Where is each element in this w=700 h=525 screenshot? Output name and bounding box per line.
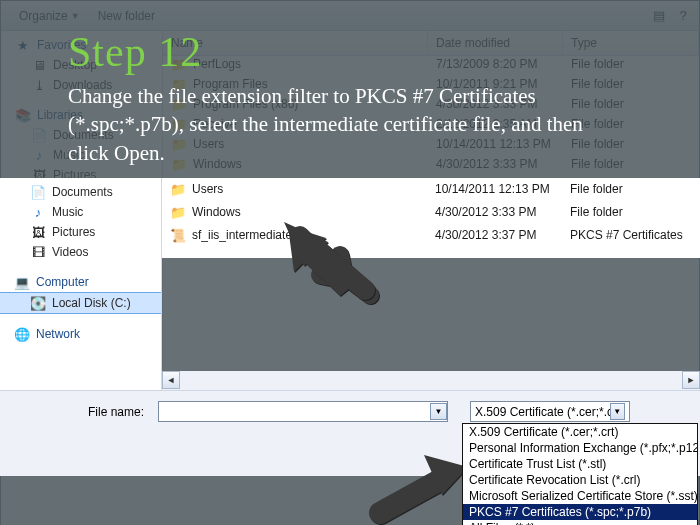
file-name: Users [193,137,224,151]
folder-icon: 📁 [171,156,187,172]
videos-icon: 🎞 [31,187,47,203]
file-date: 10/14/2011 12:13 PM [428,137,563,151]
file-row[interactable]: 📁Program Files (x86)4/30/2012 3:33 PMFil… [163,96,699,116]
col-name[interactable]: Name [163,31,428,55]
nav-pictures[interactable]: 🖼Pictures [1,165,162,185]
library-icon: 📚 [15,107,31,123]
filter-option[interactable]: Personal Information Exchange (*.pfx;*.p… [463,440,697,456]
network-icon: 🌐 [15,269,31,285]
nav-music[interactable]: ♪Music [1,145,162,165]
file-date: 4/30/2012 3:33 PM [428,157,563,171]
file-row[interactable]: 📁Program Files10/1/2011 9:21 PMFile fold… [163,76,699,96]
file-row[interactable]: 📁Receive2/12/2012 2:35 AMFile folder [163,116,699,136]
file-list: Name Date modified Type 📁PerfLogs7/13/20… [163,31,699,439]
filter-option[interactable]: All Files (*.*) [463,520,697,525]
folder-icon: 📁 [171,136,187,152]
filter-option[interactable]: Microsoft Serialized Certificate Store (… [463,488,697,504]
computer-icon: 💻 [15,217,31,233]
col-type[interactable]: Type [563,31,699,55]
filename-label: File name: [11,454,150,468]
organize-label: Organize [19,9,68,23]
folder-icon: 📁 [171,76,187,92]
nav-desktop[interactable]: 🖥Desktop [1,55,162,75]
file-type: File folder [563,137,699,151]
file-type: File folder [563,57,699,71]
folder-icon: 📁 [171,116,187,132]
file-type: File folder [563,77,699,91]
list-headers: Name Date modified Type [163,31,699,56]
file-row[interactable]: 📁Windows4/30/2012 3:33 PMFile folder [163,156,699,176]
col-date[interactable]: Date modified [428,31,563,55]
folder-icon: 📁 [171,96,187,112]
file-type: File folder [563,157,699,171]
filter-option[interactable]: X.509 Certificate (*.cer;*.crt) [463,424,697,440]
filter-option[interactable]: PKCS #7 Certificates (*.spc;*.p7b) [463,504,697,520]
new-folder-label: New folder [98,9,155,23]
music-icon: ♪ [31,147,47,163]
file-date: 4/30/2012 3:37 PM [428,177,563,191]
file-row[interactable]: 📜sf_iis_intermediates4/30/2012 3:37 PMPK… [163,176,699,196]
file-name: Receive [193,117,236,131]
toolbar: Organize ▼ New folder ▤ ? [1,1,699,31]
file-type: File folder [563,117,699,131]
filter-option[interactable]: Certificate Trust List (*.stl) [463,456,697,472]
download-icon: ⤓ [31,77,47,93]
documents-icon: 📄 [31,127,47,143]
filter-options-list[interactable]: X.509 Certificate (*.cer;*.crt)Personal … [462,423,698,525]
nav-downloads[interactable]: ⤓Downloads [1,75,162,95]
file-type: File folder [563,97,699,111]
file-row[interactable]: 📁Users10/14/2011 12:13 PMFile folder [163,136,699,156]
certificate-icon: 📜 [171,176,187,192]
disk-icon: 💽 [31,238,47,254]
file-type: PKCS #7 Certificates [563,177,699,191]
filter-option[interactable]: Certificate Revocation List (*.crl) [463,472,697,488]
nav-libraries[interactable]: 📚Libraries [1,105,162,125]
file-name: Program Files [193,77,268,91]
file-date: 4/30/2012 3:33 PM [428,97,563,111]
chevron-down-icon: ▼ [71,11,80,21]
view-icon[interactable]: ▤ [651,8,667,24]
nav-favorites[interactable]: ★Favorites [1,35,162,55]
file-name: Windows [193,157,242,171]
star-icon: ★ [15,37,31,53]
nav-computer[interactable]: 💻Computer [1,215,162,235]
file-row[interactable]: 📁PerfLogs7/13/2009 8:20 PMFile folder [163,56,699,76]
file-date: 2/12/2012 2:35 AM [428,117,563,131]
file-name: Program Files (x86) [193,97,298,111]
nav-documents[interactable]: 📄Documents [1,125,162,145]
file-date: 7/13/2009 8:20 PM [428,57,563,71]
file-name: sf_iis_intermediates [193,177,299,191]
file-date: 10/1/2011 9:21 PM [428,77,563,91]
pictures-icon: 🖼 [31,167,47,183]
desktop-icon: 🖥 [31,57,47,73]
filename-input[interactable] [158,450,445,471]
folder-icon: 📁 [171,56,187,72]
nav-videos[interactable]: 🎞Videos [1,185,162,205]
help-icon[interactable]: ? [675,8,691,24]
nav-pane: ★Favorites 🖥Desktop ⤓Downloads 📚Librarie… [1,31,163,439]
nav-network[interactable]: 🌐Network [1,267,162,287]
organize-menu[interactable]: Organize ▼ [19,9,80,23]
new-folder-button[interactable]: New folder [98,9,155,23]
file-name: PerfLogs [193,57,241,71]
nav-local-disk[interactable]: 💽Local Disk (C:) [1,235,162,257]
